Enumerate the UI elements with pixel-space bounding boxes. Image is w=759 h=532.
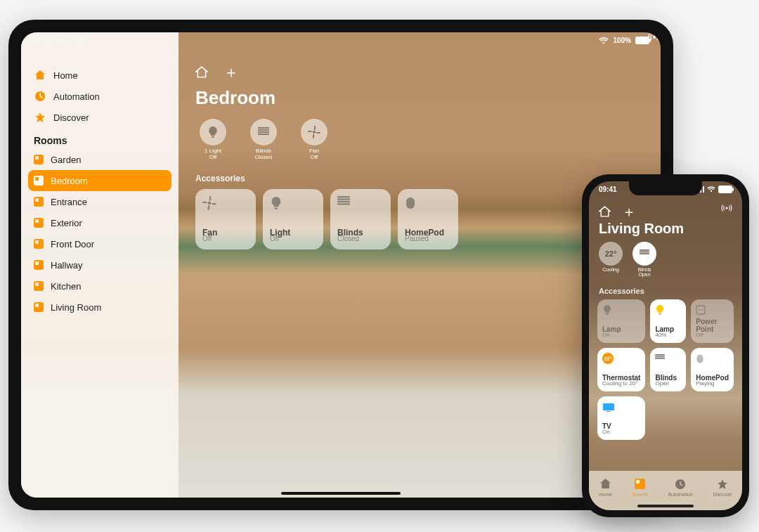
room-title: Bedroom xyxy=(195,87,644,109)
iphone-time: 09:41 xyxy=(599,186,617,193)
tile-status: Playing xyxy=(696,380,729,387)
tile-power-point[interactable]: Power PointOff xyxy=(691,299,734,343)
svg-point-26 xyxy=(699,309,700,311)
nav-label: Discover xyxy=(53,112,89,123)
tile-lamp-2[interactable]: Lamp40% xyxy=(650,299,686,343)
tile-thermostat[interactable]: 22° ThermostatCooling to 20° xyxy=(597,348,645,391)
room-icon xyxy=(34,218,44,228)
svg-rect-18 xyxy=(703,186,704,193)
temp-value: 22° xyxy=(605,249,617,258)
status-fan[interactable]: Fan Off xyxy=(297,119,332,161)
room-garden[interactable]: Garden xyxy=(21,149,179,170)
tile-light[interactable]: LightOff xyxy=(263,189,323,249)
house-icon xyxy=(599,478,612,491)
homepod-icon xyxy=(405,196,451,210)
svg-rect-4 xyxy=(258,129,269,131)
nav-label: Automation xyxy=(53,91,100,102)
room-living-room[interactable]: Living Room xyxy=(21,297,179,318)
room-kitchen[interactable]: Kitchen xyxy=(21,275,179,297)
svg-rect-9 xyxy=(275,207,278,209)
room-bedroom[interactable]: Bedroom xyxy=(28,170,171,191)
room-entrance[interactable]: Entrance xyxy=(21,191,179,212)
svg-rect-32 xyxy=(603,403,614,410)
tile-status: Off xyxy=(696,332,729,338)
room-icon xyxy=(34,239,44,249)
tab-discover[interactable]: Discover xyxy=(713,478,732,497)
room-icon xyxy=(34,260,44,270)
broadcast-button[interactable] xyxy=(648,32,661,42)
room-icon xyxy=(34,155,44,164)
tile-homepod[interactable]: HomePodPaused xyxy=(398,189,458,249)
clock-icon xyxy=(34,91,46,102)
thermostat-icon: 22° xyxy=(602,353,640,364)
tile-tv[interactable]: TVOn xyxy=(597,396,645,440)
svg-rect-5 xyxy=(258,131,269,133)
bulb-icon xyxy=(207,126,219,138)
status-label: Blinds Closed xyxy=(255,148,273,161)
status-row: 1 Light Off Blinds Closed Fan Off xyxy=(195,119,644,161)
svg-rect-25 xyxy=(696,306,705,314)
tile-blinds[interactable]: BlindsClosed xyxy=(330,189,391,249)
tile-status: Open xyxy=(655,380,681,387)
nav-label: Home xyxy=(53,70,78,81)
status-light[interactable]: 1 Light Off xyxy=(195,119,231,161)
status-blinds[interactable] xyxy=(632,242,656,266)
ipad-device: 09:41 Tue 13 Oct 100% Home Automation xyxy=(8,20,673,510)
star-icon xyxy=(716,478,729,491)
blinds-icon xyxy=(640,249,649,258)
iphone-device: 09:41 ＋ Living Room 22° Cooling Blinds O… xyxy=(582,174,749,517)
add-button[interactable]: ＋ xyxy=(223,62,239,83)
accessories-grid: LampOn Lamp40% Power PointOff 22° Thermo… xyxy=(597,299,734,440)
tile-lamp-1[interactable]: LampOn xyxy=(597,299,645,343)
tab-label: Rooms xyxy=(632,492,648,497)
tile-status: On xyxy=(602,332,640,338)
sidebar: Home Automation Discover Rooms Garden Be… xyxy=(21,32,179,498)
status-label: Blinds Open xyxy=(637,267,651,277)
clock-icon xyxy=(674,478,687,491)
svg-rect-20 xyxy=(640,249,649,251)
nav-discover[interactable]: Discover xyxy=(21,107,179,128)
home-indicator[interactable] xyxy=(637,505,694,507)
svg-rect-31 xyxy=(697,354,703,363)
home-button[interactable] xyxy=(195,66,208,79)
nav-automation[interactable]: Automation xyxy=(21,86,179,107)
homepod-icon xyxy=(696,353,729,364)
tile-blinds[interactable]: BlindsOpen xyxy=(650,348,686,391)
tile-fan[interactable]: FanOff xyxy=(195,189,256,249)
room-exterior[interactable]: Exterior xyxy=(21,212,179,233)
add-button[interactable]: ＋ xyxy=(622,202,636,221)
tile-status: Off xyxy=(202,235,249,242)
status-label: Cooling xyxy=(602,267,619,272)
tile-homepod[interactable]: HomePodPlaying xyxy=(691,348,734,391)
status-temp[interactable]: 22° xyxy=(599,242,623,266)
status-label: 1 Light Off xyxy=(205,148,221,161)
home-button[interactable] xyxy=(599,206,611,218)
room-front-door[interactable]: Front Door xyxy=(21,233,179,254)
tab-rooms[interactable]: Rooms xyxy=(632,478,648,497)
bulb-on-icon xyxy=(655,304,681,316)
svg-rect-22 xyxy=(640,253,649,254)
outlet-icon xyxy=(696,304,729,316)
home-indicator[interactable] xyxy=(281,492,401,495)
iphone-screen: 09:41 ＋ Living Room 22° Cooling Blinds O… xyxy=(589,181,742,510)
status-label: Fan Off xyxy=(309,148,319,161)
broadcast-button[interactable] xyxy=(721,204,732,212)
nav-home[interactable]: Home xyxy=(21,65,179,86)
battery-icon xyxy=(718,186,732,193)
room-hallway[interactable]: Hallway xyxy=(21,254,179,275)
tab-home[interactable]: Home xyxy=(599,478,612,497)
status-blinds[interactable]: Blinds Closed xyxy=(246,119,281,161)
bulb-icon xyxy=(602,304,640,316)
room-label: Kitchen xyxy=(51,281,81,292)
svg-rect-23 xyxy=(606,313,609,315)
svg-rect-6 xyxy=(258,134,269,135)
svg-rect-10 xyxy=(337,196,350,197)
rooms-header: Rooms xyxy=(21,128,179,149)
tab-automation[interactable]: Automation xyxy=(668,478,692,497)
svg-point-8 xyxy=(208,201,211,204)
room-title: Living Room xyxy=(599,221,684,237)
svg-rect-21 xyxy=(640,252,649,253)
status-row: 22° Cooling Blinds Open xyxy=(599,242,656,277)
tv-icon xyxy=(602,401,640,413)
room-icon xyxy=(34,197,44,207)
